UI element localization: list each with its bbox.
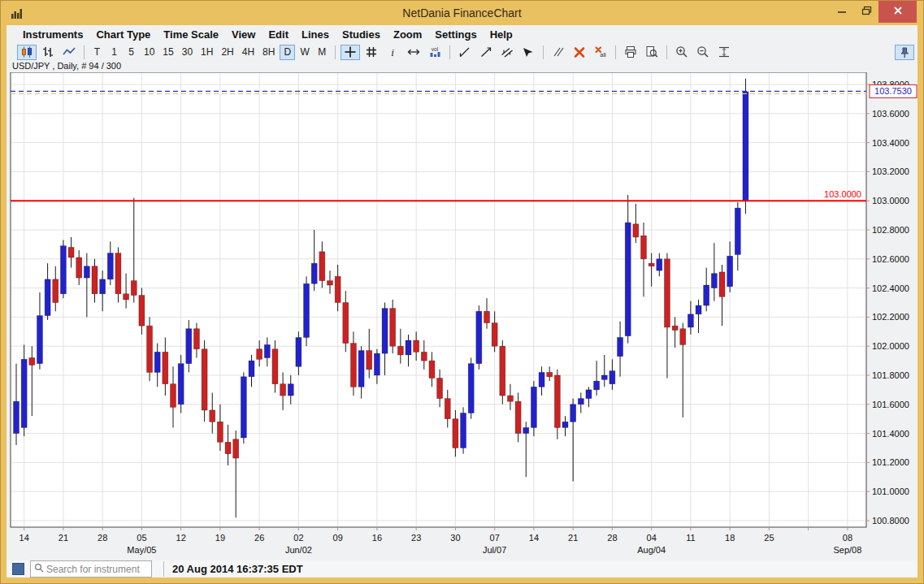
- delete-all-button[interactable]: all: [591, 45, 610, 60]
- zoom-in-icon: [675, 45, 688, 58]
- candle-body: [241, 377, 246, 438]
- candle-body: [476, 311, 482, 363]
- timescale-30-button[interactable]: 30: [179, 45, 196, 60]
- grid-button[interactable]: [362, 45, 381, 60]
- zoom-out-icon: [696, 45, 709, 58]
- search-box[interactable]: [30, 560, 152, 578]
- menu-item-help[interactable]: Help: [484, 27, 519, 42]
- candle-body: [680, 329, 686, 345]
- pointer-arrow-button[interactable]: [518, 45, 538, 60]
- trendline-ray-button[interactable]: [476, 45, 496, 60]
- candle-body: [609, 371, 615, 384]
- instrument-label: USD/JPY , Daily, # 94 / 300: [7, 61, 917, 72]
- x-axis-label: 11: [686, 533, 695, 543]
- fit-vertical-button[interactable]: [714, 45, 734, 60]
- candle-body: [154, 352, 160, 372]
- menu-item-instruments[interactable]: Instruments: [16, 27, 89, 42]
- y-axis-label: 101.0000: [872, 487, 909, 496]
- x-axis-label: 07: [490, 533, 500, 543]
- x-axis-label: 18: [725, 533, 735, 543]
- expand-horizontal-icon: [407, 45, 420, 58]
- timescale-1-button[interactable]: 1: [106, 45, 122, 60]
- menu-item-zoom[interactable]: Zoom: [387, 27, 428, 42]
- timescale-8H-button[interactable]: 8H: [259, 45, 278, 60]
- menu-item-edit[interactable]: Edit: [262, 27, 295, 42]
- pin-button[interactable]: [895, 45, 914, 60]
- expand-horizontal-button[interactable]: [404, 45, 423, 60]
- timescale-1H-button[interactable]: 1H: [197, 45, 216, 60]
- candle-body: [233, 439, 239, 458]
- candle-body: [53, 279, 59, 303]
- print-button[interactable]: [621, 45, 640, 60]
- close-button[interactable]: [878, 1, 917, 23]
- menu-item-time-scale[interactable]: Time Scale: [157, 27, 225, 42]
- menu-item-settings[interactable]: Settings: [428, 27, 483, 42]
- candle-body: [539, 372, 544, 387]
- x-axis-label: 25: [764, 533, 774, 543]
- zoom-out-button[interactable]: [693, 45, 713, 60]
- crosshair-button[interactable]: [341, 45, 360, 60]
- timescale-W-button[interactable]: W: [297, 45, 312, 60]
- volume-button[interactable]: vol: [425, 45, 445, 60]
- x-axis-label: 19: [215, 533, 225, 543]
- x-axis-label: 21: [59, 533, 68, 543]
- candle-body: [225, 442, 231, 453]
- timescale-4H-button[interactable]: 4H: [239, 45, 258, 60]
- menu-item-lines[interactable]: Lines: [295, 27, 336, 42]
- x-axis-label: 26: [254, 533, 264, 543]
- y-axis-label: 102.6000: [872, 254, 909, 264]
- timescale-15-button[interactable]: 15: [159, 45, 176, 60]
- window-controls: [830, 1, 917, 23]
- app-window: NetDania FinanceChart InstrumentsChart T…: [0, 0, 924, 584]
- trendline-angle-button[interactable]: [455, 45, 475, 60]
- y-axis-label: 101.8000: [872, 370, 909, 380]
- search-input[interactable]: [45, 563, 148, 576]
- x-axis-label: 09: [333, 533, 343, 543]
- menu-item-studies[interactable]: Studies: [336, 27, 387, 42]
- candle-body: [60, 246, 66, 294]
- zoom-in-button[interactable]: [672, 45, 692, 60]
- timescale-T-button[interactable]: T: [89, 45, 105, 60]
- candle-body: [453, 419, 458, 448]
- candle-body: [696, 305, 701, 314]
- toolbar-separator: [84, 45, 85, 59]
- candle-body: [507, 396, 513, 401]
- candle-body: [657, 259, 662, 270]
- grid-icon: [365, 45, 378, 58]
- fit-vertical-icon: [718, 45, 731, 58]
- delete-line-button[interactable]: [570, 45, 589, 60]
- maximize-button[interactable]: [854, 1, 878, 23]
- candlestick-chart[interactable]: 103.8000103.6000103.4000103.2000103.0000…: [7, 72, 919, 557]
- y-axis-label: 103.0000: [872, 196, 909, 205]
- y-axis-label: 102.8000: [872, 225, 909, 235]
- menu-item-view[interactable]: View: [225, 27, 262, 42]
- candle-body: [264, 344, 270, 357]
- timescale-D-button[interactable]: D: [280, 45, 295, 60]
- candle-body: [531, 387, 536, 427]
- minimize-button[interactable]: [830, 1, 854, 23]
- menu-item-chart-type[interactable]: Chart Type: [89, 27, 157, 42]
- candle-body: [672, 326, 678, 330]
- timescale-M-button[interactable]: M: [315, 45, 330, 60]
- line-chart-button[interactable]: [59, 45, 79, 60]
- app-frame: InstrumentsChart TypeTime ScaleViewEditL…: [7, 25, 917, 578]
- timescale-2H-button[interactable]: 2H: [218, 45, 236, 60]
- ohlc-bars-button[interactable]: [38, 45, 58, 60]
- candle-body: [547, 372, 553, 376]
- crosshair-icon: [344, 45, 357, 58]
- timescale-10-button[interactable]: 10: [141, 45, 158, 60]
- timescale-5-button[interactable]: 5: [124, 45, 139, 60]
- parallel-lines-button[interactable]: [549, 45, 568, 60]
- candle-body: [335, 276, 341, 302]
- x-axis-month-label: Sep/08: [833, 545, 861, 555]
- candlestick-button[interactable]: [17, 45, 37, 60]
- y-axis-label: 102.2000: [872, 312, 909, 322]
- parallel-channel-button[interactable]: [497, 45, 517, 60]
- info-button[interactable]: i: [383, 45, 402, 60]
- print-preview-button[interactable]: [642, 45, 662, 60]
- candle-body: [358, 351, 364, 387]
- y-axis-label: 102.4000: [872, 283, 909, 293]
- candle-body: [367, 351, 372, 370]
- candle-body: [37, 316, 42, 364]
- svg-text:vol: vol: [432, 46, 439, 52]
